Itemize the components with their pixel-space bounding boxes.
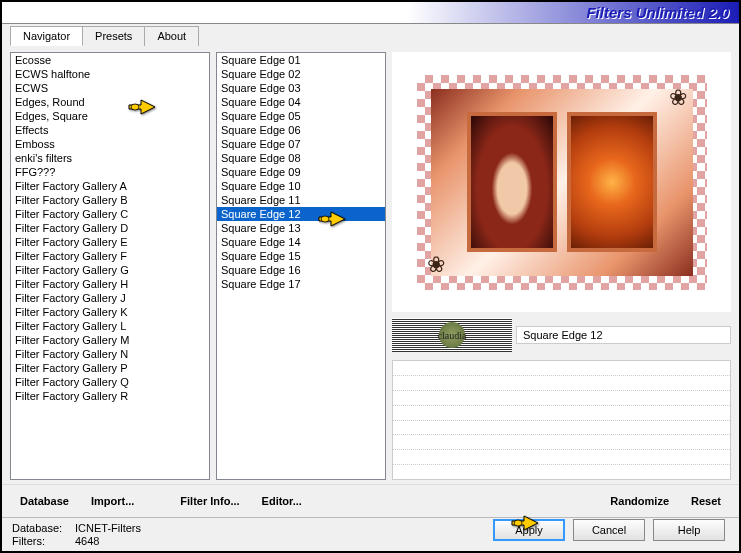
preview-photo — [567, 112, 657, 252]
list-item[interactable]: Square Edge 05 — [217, 109, 385, 123]
list-item[interactable]: Filter Factory Gallery D — [11, 221, 209, 235]
list-item[interactable]: Square Edge 01 — [217, 53, 385, 67]
list-item[interactable]: Filter Factory Gallery C — [11, 207, 209, 221]
database-button[interactable]: Database — [12, 491, 77, 511]
status-filters-key: Filters: — [12, 535, 67, 547]
detail-row: claudia Square Edge 12 — [392, 314, 731, 356]
status-db-value: ICNET-Filters — [75, 522, 141, 534]
list-item[interactable]: Emboss — [11, 137, 209, 151]
list-item[interactable]: Square Edge 02 — [217, 67, 385, 81]
list-item[interactable]: Square Edge 04 — [217, 95, 385, 109]
help-button[interactable]: Help — [653, 519, 725, 541]
list-item[interactable]: Square Edge 16 — [217, 263, 385, 277]
tab-navigator[interactable]: Navigator — [10, 26, 83, 46]
list-item[interactable]: Filter Factory Gallery E — [11, 235, 209, 249]
app-title: Filters Unlimited 2.0 — [586, 4, 729, 21]
apply-button[interactable]: Apply — [493, 519, 565, 541]
ornament-icon: ❀ — [427, 252, 455, 280]
list-item[interactable]: Edges, Square — [11, 109, 209, 123]
list-item[interactable]: Ecosse — [11, 53, 209, 67]
list-item[interactable]: Square Edge 09 — [217, 165, 385, 179]
filter-list[interactable]: Square Edge 01Square Edge 02Square Edge … — [216, 52, 386, 480]
list-item[interactable]: Square Edge 06 — [217, 123, 385, 137]
selected-filter-label: Square Edge 12 — [516, 326, 731, 344]
list-item[interactable]: enki's filters — [11, 151, 209, 165]
list-item[interactable]: Square Edge 12 — [217, 207, 385, 221]
list-item[interactable]: FFG??? — [11, 165, 209, 179]
toolbar: Database Import... Filter Info... Editor… — [2, 484, 739, 517]
footer-buttons: Apply Cancel Help — [493, 519, 725, 541]
list-item[interactable]: Square Edge 07 — [217, 137, 385, 151]
list-item[interactable]: ECWS — [11, 81, 209, 95]
filter-info-button[interactable]: Filter Info... — [172, 491, 247, 511]
list-item[interactable]: Filter Factory Gallery G — [11, 263, 209, 277]
reset-button[interactable]: Reset — [683, 491, 729, 511]
list-item[interactable]: Filter Factory Gallery H — [11, 277, 209, 291]
preview-image: ❀ ❀ — [417, 75, 707, 290]
status-db-key: Database: — [12, 522, 67, 534]
list-item[interactable]: Edges, Round — [11, 95, 209, 109]
list-item[interactable]: Square Edge 15 — [217, 249, 385, 263]
list-item[interactable]: Filter Factory Gallery J — [11, 291, 209, 305]
category-column: EcosseECWS halftoneECWSEdges, RoundEdges… — [10, 52, 210, 480]
status-filters-value: 4648 — [75, 535, 99, 547]
watermark: claudia — [392, 318, 512, 352]
list-item[interactable]: Filter Factory Gallery B — [11, 193, 209, 207]
preview-column: ❀ ❀ claudia Square Edge 12 — [392, 52, 731, 480]
tab-about[interactable]: About — [144, 26, 199, 46]
list-item[interactable]: ECWS halftone — [11, 67, 209, 81]
list-item[interactable]: Square Edge 17 — [217, 277, 385, 291]
list-item[interactable]: Filter Factory Gallery L — [11, 319, 209, 333]
category-list[interactable]: EcosseECWS halftoneECWSEdges, RoundEdges… — [10, 52, 210, 480]
parameter-panel — [392, 360, 731, 480]
list-item[interactable]: Square Edge 10 — [217, 179, 385, 193]
tab-presets[interactable]: Presets — [82, 26, 145, 46]
preview-box: ❀ ❀ — [392, 52, 731, 312]
list-item[interactable]: Filter Factory Gallery N — [11, 347, 209, 361]
list-item[interactable]: Effects — [11, 123, 209, 137]
cancel-button[interactable]: Cancel — [573, 519, 645, 541]
list-item[interactable]: Filter Factory Gallery A — [11, 179, 209, 193]
list-item[interactable]: Filter Factory Gallery K — [11, 305, 209, 319]
filter-column: Square Edge 01Square Edge 02Square Edge … — [216, 52, 386, 480]
main-area: EcosseECWS halftoneECWSEdges, RoundEdges… — [2, 46, 739, 484]
list-item[interactable]: Square Edge 08 — [217, 151, 385, 165]
list-item[interactable]: Square Edge 13 — [217, 221, 385, 235]
list-item[interactable]: Filter Factory Gallery Q — [11, 375, 209, 389]
import-button[interactable]: Import... — [83, 491, 142, 511]
randomize-button[interactable]: Randomize — [602, 491, 677, 511]
preview-photo — [467, 112, 557, 252]
list-item[interactable]: Filter Factory Gallery P — [11, 361, 209, 375]
tabstrip: NavigatorPresetsAbout — [2, 24, 739, 46]
app-window: Filters Unlimited 2.0 NavigatorPresetsAb… — [0, 0, 741, 553]
ornament-icon: ❀ — [669, 85, 697, 113]
list-item[interactable]: Filter Factory Gallery F — [11, 249, 209, 263]
editor-button[interactable]: Editor... — [254, 491, 310, 511]
list-item[interactable]: Filter Factory Gallery M — [11, 333, 209, 347]
list-item[interactable]: Square Edge 03 — [217, 81, 385, 95]
list-item[interactable]: Square Edge 11 — [217, 193, 385, 207]
list-item[interactable]: Square Edge 14 — [217, 235, 385, 249]
titlebar: Filters Unlimited 2.0 — [2, 2, 739, 24]
list-item[interactable]: Filter Factory Gallery R — [11, 389, 209, 403]
